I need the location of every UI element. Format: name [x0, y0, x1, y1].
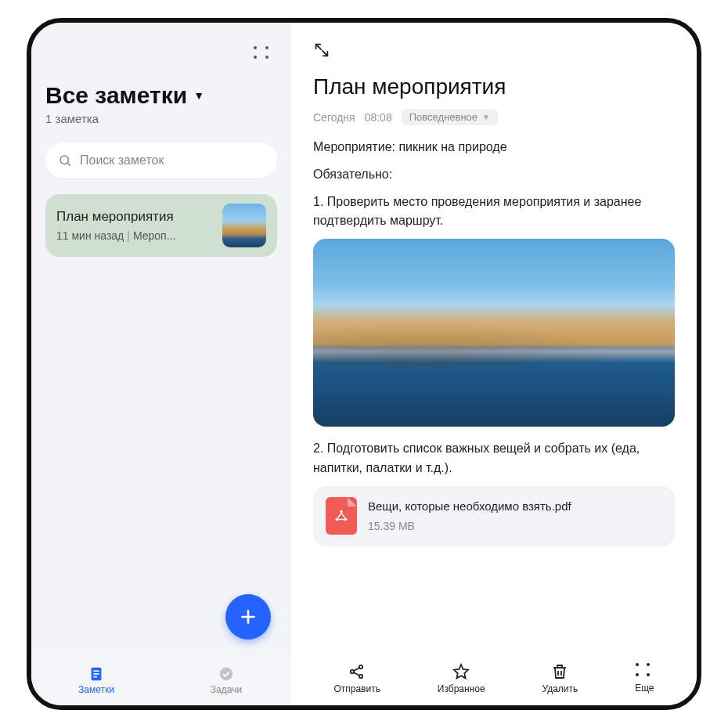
- more-label: Еще: [635, 683, 654, 694]
- attachment-card[interactable]: Вещи, которые необходимо взять.pdf 15.39…: [313, 486, 675, 546]
- chevron-down-icon: ▼: [193, 89, 204, 102]
- svg-point-14: [359, 674, 362, 677]
- note-detail-pane: План мероприятия Сегодня 08:08 Повседнев…: [291, 23, 697, 705]
- nav-label-notes: Заметки: [78, 684, 114, 695]
- category-label: Повседневное: [409, 111, 478, 123]
- body-line: 2. Подготовить список важных вещей и соб…: [313, 439, 675, 478]
- drag-handle-icon[interactable]: [254, 46, 272, 60]
- note-date: Сегодня: [313, 111, 355, 124]
- notes-icon: [88, 665, 105, 683]
- nav-tab-tasks[interactable]: Задачи: [161, 655, 291, 705]
- attachment-size: 15.39 MB: [368, 518, 571, 535]
- delete-label: Удалить: [542, 683, 578, 694]
- body-line: 1. Проверить место проведения мероприяти…: [313, 193, 675, 232]
- send-button[interactable]: Отправить: [333, 662, 380, 694]
- attachment-name: Вещи, которые необходимо взять.pdf: [368, 497, 571, 515]
- search-icon: [58, 153, 72, 168]
- plus-icon: [238, 607, 258, 627]
- embedded-image[interactable]: [313, 239, 675, 427]
- svg-point-10: [336, 518, 339, 521]
- svg-point-13: [359, 665, 362, 668]
- note-count-label: 1 заметка: [45, 112, 277, 125]
- svg-point-9: [340, 510, 343, 514]
- note-title: План мероприятия: [313, 74, 675, 99]
- device-frame: Все заметки ▼ 1 заметка Поиск заметок Пл…: [27, 18, 701, 710]
- trash-icon: [550, 662, 569, 681]
- folder-selector[interactable]: Все заметки ▼: [45, 82, 277, 109]
- svg-line-1: [67, 163, 70, 165]
- send-label: Отправить: [333, 683, 380, 694]
- svg-line-15: [354, 668, 359, 671]
- category-chip[interactable]: Повседневное ▼: [402, 109, 498, 125]
- search-input[interactable]: Поиск заметок: [45, 142, 277, 178]
- note-time: 08:08: [365, 111, 392, 124]
- note-action-bar: Отправить Избранное Удалить Еще: [291, 651, 697, 705]
- note-body[interactable]: Мероприятие: пикник на природе Обязатель…: [313, 138, 675, 546]
- delete-button[interactable]: Удалить: [542, 662, 578, 694]
- new-note-button[interactable]: [225, 594, 271, 640]
- chevron-down-icon: ▼: [482, 113, 490, 121]
- star-icon: [452, 662, 470, 681]
- body-line: Обязательно:: [313, 165, 675, 185]
- svg-point-0: [60, 156, 69, 164]
- nav-tab-notes[interactable]: Заметки: [31, 655, 161, 705]
- note-list-item[interactable]: План мероприятия 11 мин назад|Мероп...: [45, 194, 277, 257]
- svg-line-16: [354, 672, 359, 676]
- more-icon: [636, 663, 653, 680]
- favorite-button[interactable]: Избранное: [438, 662, 485, 694]
- expand-icon: [313, 41, 330, 59]
- more-button[interactable]: Еще: [635, 663, 654, 694]
- svg-rect-5: [93, 670, 99, 672]
- nav-label-tasks: Задачи: [211, 684, 242, 695]
- note-thumbnail: [222, 204, 266, 247]
- share-icon: [348, 662, 366, 681]
- expand-button[interactable]: [313, 41, 675, 62]
- body-line: Мероприятие: пикник на природе: [313, 138, 675, 157]
- bottom-nav: Заметки Задачи: [31, 655, 291, 705]
- svg-point-11: [344, 518, 348, 521]
- note-item-title: План мероприятия: [56, 209, 213, 225]
- favorite-label: Избранное: [438, 683, 485, 694]
- notes-list-pane: Все заметки ▼ 1 заметка Поиск заметок Пл…: [31, 23, 291, 705]
- tasks-icon: [218, 665, 235, 683]
- pdf-icon: [326, 497, 357, 535]
- svg-point-8: [220, 668, 233, 681]
- svg-rect-6: [93, 673, 99, 675]
- note-item-subtitle: 11 мин назад|Мероп...: [56, 229, 213, 242]
- search-placeholder: Поиск заметок: [80, 153, 164, 168]
- svg-rect-7: [93, 676, 97, 678]
- svg-point-12: [351, 669, 354, 672]
- folder-title: Все заметки: [45, 82, 187, 109]
